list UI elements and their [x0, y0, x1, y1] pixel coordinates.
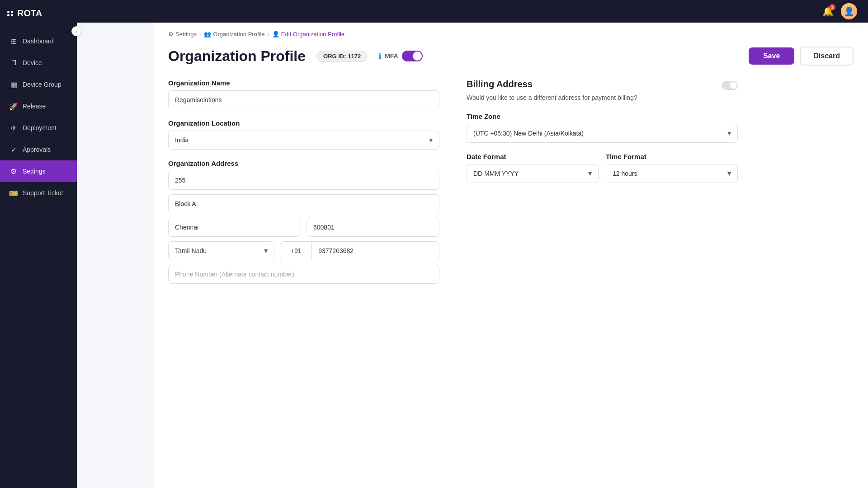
form-right: Billing Address Would you like to use a …	[467, 79, 738, 294]
device-group-icon: ▦	[9, 80, 18, 89]
date-format-group: Date Format DD MMM YYYY ▼	[467, 153, 599, 183]
sidebar-item-deployment[interactable]: ✈ Deployment	[0, 117, 77, 139]
sidebar-item-label: Device Group	[23, 81, 61, 88]
address-line2-input[interactable]	[168, 194, 439, 213]
sidebar-item-approvals[interactable]: ✓ Approvals	[0, 139, 77, 160]
billing-toggle-knob	[730, 82, 737, 89]
org-address-label: Organization Address	[168, 160, 439, 167]
save-button[interactable]: Save	[749, 47, 794, 65]
alt-phone-input[interactable]	[168, 265, 439, 284]
breadcrumb-edit-org-profile: 👤 Edit Organization Profile	[272, 31, 344, 38]
avatar-image: 👤	[841, 3, 857, 19]
billing-toggle[interactable]	[722, 81, 738, 90]
form-left: Organization Name Organization Location …	[168, 79, 439, 294]
sidebar: ROTA ⊞ Dashboard 🖥 Device ▦ Device Group…	[0, 0, 77, 488]
approvals-icon: ✓	[9, 145, 18, 154]
support-icon: 🎫	[9, 188, 18, 197]
sidebar-item-label: Device	[23, 59, 42, 66]
date-format-select[interactable]: DD MMM YYYY	[467, 164, 599, 183]
time-format-label: Time Format	[606, 153, 738, 160]
device-icon: 🖥	[9, 58, 18, 67]
org-location-label: Organization Location	[168, 119, 439, 127]
mfa-label: MFA	[385, 52, 398, 60]
discard-button[interactable]: Discard	[800, 47, 854, 66]
dashboard-icon: ⊞	[9, 37, 18, 46]
app-logo[interactable]: ROTA	[0, 0, 77, 27]
edit-org-icon: 👤	[272, 31, 279, 38]
user-avatar[interactable]: 👤	[841, 3, 857, 19]
date-format-label: Date Format	[467, 153, 599, 160]
sidebar-item-label: Deployment	[23, 124, 57, 131]
page-header: Organization Profile ORG ID: 1172 ℹ MFA …	[154, 42, 868, 75]
state-select[interactable]: Tamil Nadu	[168, 241, 274, 260]
org-location-select-wrapper: India ▼	[168, 131, 439, 150]
phone-row: +91	[280, 241, 439, 260]
page-title: Organization Profile	[168, 48, 306, 65]
timezone-select-wrapper: (UTC +05:30) New Delhi (Asia/Kolkata) ▼	[467, 124, 738, 143]
deployment-icon: ✈	[9, 123, 18, 132]
sidebar-item-label: Dashboard	[23, 38, 54, 45]
dots-icon	[7, 11, 14, 16]
phone-number-input[interactable]	[311, 241, 439, 260]
billing-title: Billing Address	[467, 79, 637, 89]
main-content: ⚙ Settings › 👥 Organization Profile › 👤 …	[154, 23, 868, 488]
org-id-badge: ORG ID: 1172	[316, 51, 368, 62]
header-actions: Save Discard	[749, 47, 854, 66]
timezone-label: Time Zone	[467, 113, 738, 120]
sidebar-item-device[interactable]: 🖥 Device	[0, 52, 77, 74]
postal-input[interactable]	[307, 218, 439, 237]
org-icon: 👥	[204, 31, 211, 38]
breadcrumb-settings[interactable]: ⚙ Settings	[168, 31, 197, 38]
billing-desc: Would you like to use a different addres…	[467, 93, 637, 103]
sidebar-item-release[interactable]: 🚀 Release	[0, 95, 77, 117]
time-format-select-wrapper: 12 hours ▼	[606, 164, 738, 183]
timezone-select[interactable]: (UTC +05:30) New Delhi (Asia/Kolkata)	[467, 124, 738, 143]
date-time-format-row: Date Format DD MMM YYYY ▼ Time Format 12…	[467, 153, 738, 193]
topbar: 🔔 1 👤	[77, 0, 868, 23]
org-name-label: Organization Name	[168, 79, 439, 87]
notification-badge: 1	[829, 4, 835, 10]
time-format-group: Time Format 12 hours ▼	[606, 153, 738, 183]
org-location-group: Organization Location India ▼	[168, 119, 439, 150]
sidebar-item-label: Settings	[23, 168, 46, 175]
state-select-wrapper: Tamil Nadu ▼	[168, 241, 274, 260]
sidebar-item-label: Approvals	[23, 146, 51, 153]
app-name: ROTA	[17, 8, 42, 19]
sidebar-item-label: Release	[23, 103, 46, 110]
sidebar-item-device-group[interactable]: ▦ Device Group	[0, 74, 77, 95]
sidebar-item-support-ticket[interactable]: 🎫 Support Ticket	[0, 182, 77, 204]
org-id-value: 1172	[348, 53, 361, 60]
sidebar-nav: ⊞ Dashboard 🖥 Device ▦ Device Group 🚀 Re…	[0, 27, 77, 488]
timezone-group: Time Zone (UTC +05:30) New Delhi (Asia/K…	[467, 113, 738, 143]
phone-code: +91	[280, 241, 311, 260]
mfa-toggle[interactable]	[402, 51, 423, 61]
time-format-select[interactable]: 12 hours	[606, 164, 738, 183]
org-address-group: Organization Address Tamil Nadu ▼	[168, 160, 439, 284]
mfa-info-icon: ℹ	[378, 52, 381, 61]
city-input[interactable]	[168, 218, 301, 237]
settings-icon: ⚙	[9, 167, 18, 176]
breadcrumb-sep-1: ›	[199, 31, 201, 38]
sidebar-item-settings[interactable]: ⚙ Settings	[0, 160, 77, 182]
sidebar-item-label: Support Ticket	[23, 189, 63, 197]
breadcrumb-org-profile[interactable]: 👥 Organization Profile	[204, 31, 264, 38]
address-line1-input[interactable]	[168, 171, 439, 190]
billing-text: Billing Address Would you like to use a …	[467, 79, 637, 103]
notification-bell[interactable]: 🔔 1	[822, 6, 834, 17]
address-state-phone-row: Tamil Nadu ▼ +91	[168, 241, 439, 260]
form-container: Organization Name Organization Location …	[154, 75, 868, 312]
org-name-input[interactable]	[168, 90, 439, 109]
breadcrumb: ⚙ Settings › 👥 Organization Profile › 👤 …	[154, 23, 868, 42]
settings-gear-icon: ⚙	[168, 31, 174, 38]
breadcrumb-sep-2: ›	[268, 31, 269, 38]
sidebar-collapse-button[interactable]: ‹	[71, 26, 81, 36]
date-format-select-wrapper: DD MMM YYYY ▼	[467, 164, 599, 183]
org-id-label: ORG ID:	[323, 53, 346, 60]
toggle-knob	[413, 52, 422, 61]
mfa-badge: ℹ MFA	[378, 51, 423, 61]
sidebar-item-dashboard[interactable]: ⊞ Dashboard	[0, 30, 77, 52]
release-icon: 🚀	[9, 102, 18, 111]
billing-section: Billing Address Would you like to use a …	[467, 79, 738, 103]
org-location-select[interactable]: India	[168, 131, 439, 150]
address-city-postal-row	[168, 218, 439, 237]
